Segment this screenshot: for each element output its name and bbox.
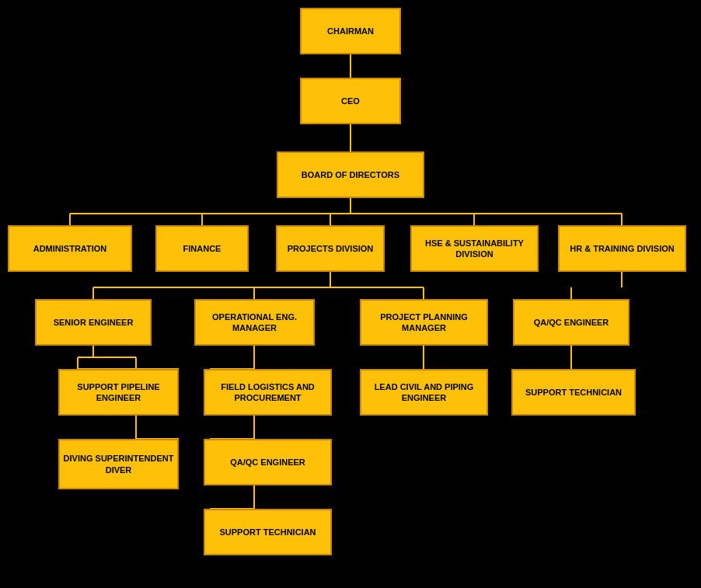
- hse-node: HSE & SUSTAINABILITY DIVISION: [410, 225, 539, 272]
- support-tech2-node: SUPPORT TECHNICIAN: [204, 509, 332, 555]
- senior-eng-node: SENIOR ENGINEER: [35, 299, 152, 346]
- admin-node: ADMINISTRATION: [8, 225, 132, 272]
- support-tech1-node: SUPPORT TECHNICIAN: [511, 369, 636, 416]
- diving-node: DIVING SUPERINTENDENT DIVER: [58, 439, 179, 489]
- chairman-node: CHAIRMAN: [300, 8, 401, 54]
- op-eng-node: OPERATIONAL ENG. MANAGER: [194, 299, 315, 346]
- qa-eng2-node: QA/QC ENGINEER: [204, 439, 332, 485]
- proj-plan-node: PROJECT PLANNING MANAGER: [360, 299, 488, 346]
- hr-node: HR & TRAINING DIVISION: [558, 225, 686, 272]
- lead-civil-node: LEAD CIVIL AND PIPING ENGINEER: [360, 369, 488, 416]
- qa-eng1-node: QA/QC ENGINEER: [513, 299, 630, 346]
- org-chart: CHAIRMAN CEO BOARD OF DIRECTORS ADMINIST…: [0, 0, 701, 588]
- projects-node: PROJECTS DIVISION: [276, 225, 385, 272]
- finance-node: FINANCE: [155, 225, 249, 272]
- field-log-node: FIELD LOGISTICS AND PROCUREMENT: [204, 369, 332, 416]
- ceo-node: CEO: [300, 78, 401, 124]
- support-pipe-node: SUPPORT PIPELINE ENGINEER: [58, 369, 179, 416]
- board-node: BOARD OF DIRECTORS: [277, 151, 424, 198]
